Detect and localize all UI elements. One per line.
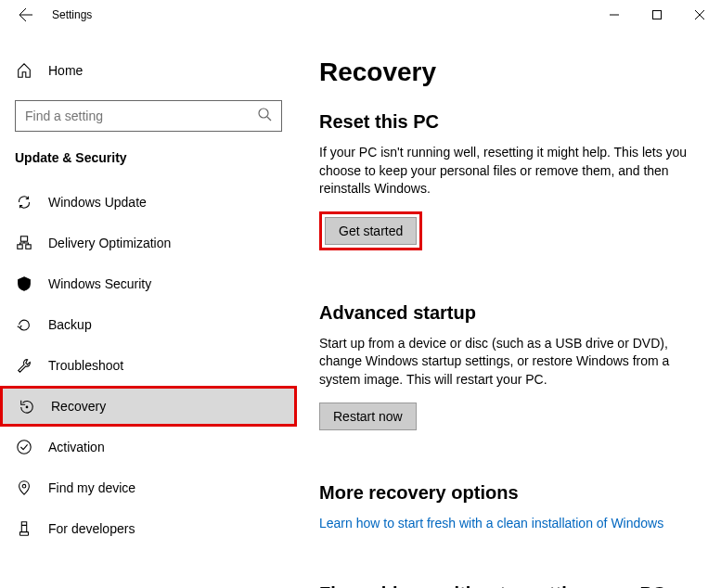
check-icon <box>15 439 33 455</box>
svg-rect-0 <box>653 11 662 19</box>
category-header: Update & Security <box>0 150 297 182</box>
home-label: Home <box>48 63 83 78</box>
restart-now-button[interactable]: Restart now <box>319 403 417 430</box>
sidebar-item-backup[interactable]: Backup <box>0 304 297 345</box>
delivery-icon <box>15 235 33 251</box>
content-area: Recovery Reset this PC If your PC isn't … <box>297 30 721 588</box>
fix-problems-heading: Fix problems without resetting your PC <box>319 583 699 588</box>
search-input-container[interactable] <box>15 100 282 132</box>
page-title: Recovery <box>319 58 699 87</box>
advanced-heading: Advanced startup <box>319 302 699 324</box>
wrench-icon <box>15 357 33 374</box>
svg-point-7 <box>22 484 26 488</box>
sidebar-item-activation[interactable]: Activation <box>0 427 297 467</box>
sidebar-item-label: Windows Security <box>48 276 151 291</box>
window-title: Settings <box>52 8 92 21</box>
svg-point-6 <box>18 441 31 454</box>
clean-install-link[interactable]: Learn how to start fresh with a clean in… <box>319 516 663 530</box>
search-input[interactable] <box>25 109 257 123</box>
sidebar-item-label: For developers <box>48 521 135 536</box>
svg-rect-4 <box>26 245 31 249</box>
sidebar-item-windows-security[interactable]: Windows Security <box>0 263 297 304</box>
sidebar-item-recovery[interactable]: Recovery <box>0 386 297 427</box>
backup-icon <box>15 316 33 333</box>
sidebar-item-label: Troubleshoot <box>48 358 123 373</box>
sidebar-item-windows-update[interactable]: Windows Update <box>0 182 297 223</box>
svg-rect-2 <box>20 236 27 241</box>
svg-point-5 <box>26 406 29 409</box>
location-icon <box>15 479 33 496</box>
search-icon <box>257 107 272 125</box>
home-icon <box>15 62 33 79</box>
sidebar-item-label: Delivery Optimization <box>48 236 171 250</box>
sidebar-item-label: Find my device <box>48 480 135 495</box>
close-button[interactable] <box>678 0 721 30</box>
get-started-button[interactable]: Get started <box>325 217 417 245</box>
recovery-icon <box>18 398 36 415</box>
home-nav[interactable]: Home <box>0 52 297 89</box>
back-arrow-icon <box>19 7 33 22</box>
developers-icon <box>15 520 33 537</box>
sync-icon <box>15 194 33 211</box>
maximize-button[interactable] <box>636 0 678 30</box>
advanced-description: Start up from a device or disc (such as … <box>319 335 699 390</box>
more-options-heading: More recovery options <box>319 482 699 504</box>
sidebar-item-label: Backup <box>48 317 92 332</box>
sidebar-item-label: Activation <box>48 440 105 454</box>
sidebar-item-find-my-device[interactable]: Find my device <box>0 467 297 508</box>
svg-rect-3 <box>18 245 22 249</box>
sidebar-item-for-developers[interactable]: For developers <box>0 508 297 549</box>
sidebar-item-label: Windows Update <box>48 195 147 210</box>
svg-point-1 <box>259 109 268 118</box>
sidebar-item-troubleshoot[interactable]: Troubleshoot <box>0 345 297 386</box>
sidebar: Home Update & Security Windows Update De… <box>0 30 297 588</box>
sidebar-item-delivery-optimization[interactable]: Delivery Optimization <box>0 223 297 263</box>
reset-description: If your PC isn't running well, resetting… <box>319 144 699 198</box>
sidebar-item-label: Recovery <box>51 399 106 414</box>
back-button[interactable] <box>7 0 45 30</box>
titlebar: Settings <box>0 0 721 30</box>
reset-heading: Reset this PC <box>319 111 699 133</box>
highlight-frame: Get started <box>319 211 422 250</box>
minimize-button[interactable] <box>593 0 636 30</box>
shield-icon <box>15 275 33 292</box>
window-controls <box>593 0 721 30</box>
